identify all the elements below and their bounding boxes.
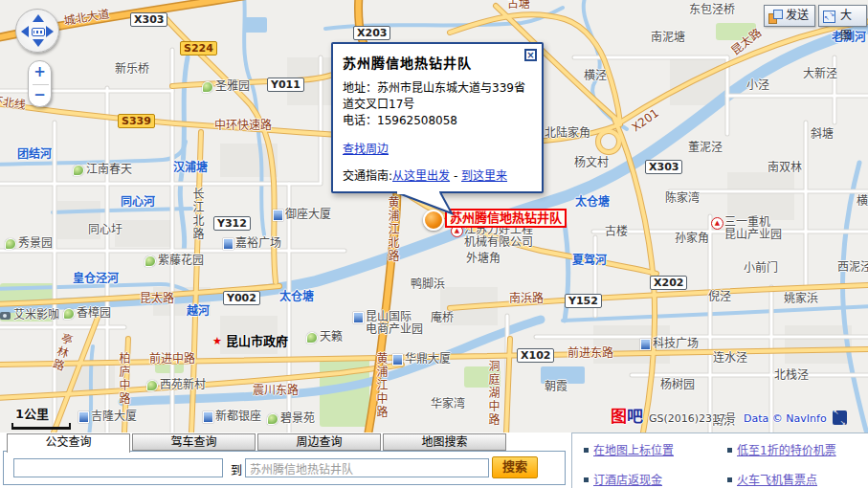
popup-phone: 电话：15962508058	[343, 113, 532, 129]
map-label: 洞庭湖中路	[486, 360, 499, 427]
send-button[interactable]: 发送	[764, 5, 815, 27]
bullet-icon	[727, 448, 732, 453]
scale-ruler	[11, 423, 71, 430]
map-label: 西泥泾	[837, 261, 868, 274]
map-label: 中环快速路	[214, 120, 272, 132]
map-label: 团结河	[17, 148, 52, 161]
map-label: 科技广场	[639, 338, 699, 350]
pan-down-icon[interactable]	[33, 39, 44, 47]
map-label: 艾米影咖	[0, 309, 59, 322]
pan-center-icon[interactable]	[32, 28, 45, 36]
map-label: 太仓塘	[575, 196, 610, 209]
scale-label: 1公里	[15, 404, 71, 422]
map-label: 前进东路	[568, 347, 613, 360]
map-canvas[interactable]: 团结河汉浦塘同心河皇仓泾河越河太仓塘太仓塘夏驾河老浏河城北大道环北线中环快速路昆…	[0, 0, 868, 433]
road-badge: X303	[645, 160, 682, 174]
map-label: 北陆家角	[545, 127, 590, 140]
quick-link-text[interactable]: 在地图上标位置	[593, 444, 674, 457]
road-badge: Y312	[213, 216, 251, 231]
map-label: 斜塘	[811, 128, 834, 141]
quick-link-text[interactable]: 火车飞机售票点	[737, 474, 817, 487]
map-label: 昆山市政府	[212, 335, 288, 347]
map-label: 碧景苑	[267, 412, 315, 425]
to-label: 到	[231, 461, 242, 477]
map-label: 秀景园	[5, 237, 53, 250]
quick-link-text[interactable]: 低至1折的特价机票	[737, 444, 836, 457]
expand-map-icon	[823, 11, 835, 23]
map-label: 小前门	[744, 262, 778, 275]
map-label: 南双林	[768, 162, 802, 174]
map-label: 古塘	[507, 0, 530, 11]
tab-驾车查询[interactable]: 驾车查询	[132, 433, 256, 451]
pan-up-icon[interactable]	[33, 14, 44, 22]
search-box: 到 搜索	[3, 451, 566, 485]
map-label: 越河	[187, 305, 210, 318]
route-to-here-link[interactable]: 到这里来	[461, 169, 507, 183]
map-label: 震川东路	[253, 385, 299, 397]
road-badge: X303	[130, 12, 167, 27]
pan-right-icon[interactable]	[46, 26, 54, 37]
map-label: 前进中路	[149, 353, 195, 366]
search-button[interactable]: 搜索	[492, 456, 538, 478]
from-input[interactable]	[13, 458, 223, 477]
map-label: 倪泾	[708, 291, 731, 303]
map-label: 夏驾河	[572, 255, 607, 267]
map-label: 庵桥	[431, 312, 454, 324]
bullet-icon	[584, 448, 589, 453]
quick-link-text[interactable]: 订酒店返现金	[593, 474, 662, 487]
map-label: 东包泾桥	[689, 4, 735, 16]
pan-left-icon[interactable]	[21, 26, 29, 37]
map-label: 香樟园	[63, 307, 111, 320]
zoom-control[interactable]: + −	[28, 60, 52, 107]
bullet-icon	[584, 477, 589, 482]
map-attribution: 图吧GS(2016)2317号Data © NavInfo	[611, 403, 847, 428]
fullscreen-icon[interactable]	[833, 410, 847, 425]
road-badge: Y002	[223, 291, 260, 305]
map-label: 御座大厦	[272, 209, 331, 221]
quick-link[interactable]: 火车飞机售票点	[727, 471, 868, 488]
map-label: 外塘角	[466, 253, 501, 265]
road-badge: S224	[180, 41, 217, 55]
pan-control[interactable]	[15, 9, 59, 53]
map-label: 昆太路	[140, 293, 174, 305]
map-label: 同心河	[121, 196, 155, 209]
bottom-panel: 公交查询驾车查询周边查询地图搜索 到 搜索 在地图上标位置低至1折的特价机票订酒…	[0, 433, 868, 488]
scale-bar: 1公里	[11, 404, 71, 430]
map-label: 古楼	[605, 226, 628, 238]
quick-link[interactable]: 低至1折的特价机票	[727, 441, 868, 459]
zoom-out-button[interactable]: −	[29, 84, 51, 105]
close-icon[interactable]: ×	[524, 49, 537, 61]
map-label: 南浜路	[509, 293, 544, 305]
big-map-button[interactable]: 大图	[818, 5, 867, 27]
tab-周边查询[interactable]: 周边查询	[257, 433, 381, 451]
quick-link[interactable]: 在地图上标位置	[584, 441, 727, 459]
license-number: GS(2016)2317号	[649, 412, 736, 425]
bullet-icon	[727, 477, 732, 482]
map-label: 同心圩	[88, 224, 122, 236]
quick-link[interactable]: 订酒店返现金	[584, 471, 727, 488]
destination-input[interactable]	[245, 458, 489, 477]
road-badge: Y011	[267, 78, 304, 92]
road-badge: Y152	[565, 294, 602, 308]
mapbar-logo: 图	[611, 407, 627, 426]
map-label: 杨文村	[574, 157, 609, 169]
road-badge: X203	[353, 26, 390, 40]
popup-tail	[381, 185, 467, 223]
tab-公交查询[interactable]: 公交查询	[7, 433, 130, 453]
map-label: 太仓塘	[279, 291, 314, 303]
map-label: 新都银座	[202, 410, 261, 423]
map-label: 皇仓泾河	[73, 273, 119, 285]
map-label: 圣雅园	[202, 80, 250, 93]
nearby-search-link[interactable]: 查找周边	[343, 143, 389, 156]
map-label: 紫藤花园	[145, 255, 204, 267]
zoom-in-button[interactable]: +	[29, 61, 51, 82]
route-from-here-link[interactable]: 从这里出发	[392, 169, 450, 183]
map-label: 董泥泾	[688, 142, 723, 154]
map-label: 吉隆大厦	[78, 410, 137, 423]
road-badge: S339	[118, 114, 155, 128]
map-label: 孙家角	[675, 233, 709, 245]
map-label: 陈家湾	[665, 192, 700, 205]
map-label: 连水泾	[713, 352, 747, 365]
mapbar-page: 团结河汉浦塘同心河皇仓泾河越河太仓塘太仓塘夏驾河老浏河城北大道环北线中环快速路昆…	[0, 0, 868, 488]
tab-地图搜索[interactable]: 地图搜索	[383, 433, 506, 451]
